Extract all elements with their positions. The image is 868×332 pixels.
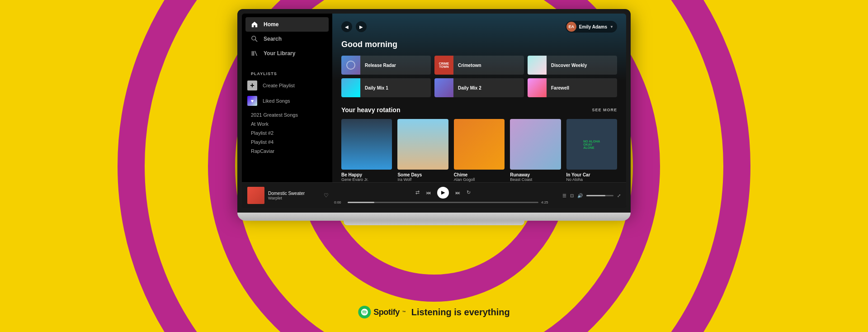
home-label: Home [264,21,278,28]
greeting-text: Good morning [341,40,617,49]
release-radar-art [341,56,360,75]
create-playlist-icon: + [247,81,257,90]
quick-access-grid: Release Radar CRIMETOWN Crimetown [341,56,617,97]
nav-forward-button[interactable]: ▶ [356,21,367,32]
rotation-card-chime[interactable]: Chime Alan Gogoll [454,119,505,182]
extra-playlists: 2021 Greatest Songs At Work Playlist #2 … [242,109,332,157]
volume-fill [586,195,605,196]
see-more-button[interactable]: SEE MORE [592,108,617,112]
in-your-car-art: NO ALOHAOKAYALONE [566,119,617,170]
player-bar: Domestic Sweater Warplet ♡ ⇄ ⏮ ▶ ⏭ ↻ 0:0… [242,182,626,208]
some-days-artist: Ira Wolf [397,177,448,182]
user-name: Emily Adams [579,24,607,29]
crimetown-title: Crimetown [453,63,486,68]
now-playing-info: Domestic Sweater Warplet [268,191,320,200]
search-label: Search [264,36,282,42]
queue-button[interactable]: ☰ [562,193,566,198]
now-playing: Domestic Sweater Warplet ♡ [247,187,329,204]
svg-rect-3 [253,51,254,56]
quick-card-discover-weekly[interactable]: Discover Weekly [528,56,617,75]
app-layout: Home Search [242,14,626,182]
control-buttons: ⇄ ⏮ ▶ ⏭ ↻ [415,187,471,199]
shuffle-button[interactable]: ⇄ [415,190,420,195]
progress-track[interactable] [348,202,538,203]
daily-mix-2-title: Daily Mix 2 [453,85,486,90]
volume-icon: 🔊 [577,193,583,198]
be-happy-art [341,119,392,170]
release-radar-title: Release Radar [360,63,401,68]
next-button[interactable]: ⏭ [455,190,460,195]
runaway-title: Runaway [510,172,561,177]
player-extra-controls: ☰ ⊡ 🔊 ⤢ [557,193,621,198]
repeat-button[interactable]: ↻ [467,190,471,195]
sidebar-nav: Home Search [242,17,332,61]
branding-section: Spotify ™ Listening is everything [358,306,509,318]
sidebar-item-search[interactable]: Search [245,32,329,46]
devices-button[interactable]: ⊡ [570,193,574,198]
rotation-card-some-days[interactable]: Some Days Ira Wolf [397,119,448,182]
nav-back-button[interactable]: ◀ [341,21,352,32]
farewell-title: Farewell [547,85,574,90]
quick-card-crimetown[interactable]: CRIMETOWN Crimetown [434,56,524,75]
library-icon [251,50,258,57]
heavy-rotation-section-header: Your heavy rotation SEE MORE [341,106,617,114]
playlist-at-work[interactable]: At Work [242,119,332,128]
playlists-section-label: PLAYLISTS [242,68,332,78]
create-playlist-item[interactable]: + Create Playlist [242,78,332,93]
discover-weekly-art [528,56,547,75]
quick-card-farewell[interactable]: Farewell [528,78,617,97]
rotation-card-in-your-car[interactable]: NO ALOHAOKAYALONE In Your Car No Aloha [566,119,617,182]
main-content: ◀ ▶ EA Emily Adams ▼ Good morning [332,14,626,182]
avatar: EA [566,22,576,32]
in-your-car-title: In Your Car [566,172,617,177]
track-artist: Warplet [268,196,320,200]
home-icon [251,21,258,28]
chime-art [454,119,505,170]
quick-card-daily-mix-1[interactable]: Daily Mix 1 [341,78,431,97]
quick-card-release-radar[interactable]: Release Radar [341,56,431,75]
crimetown-art: CRIMETOWN [434,56,453,75]
liked-songs-item[interactable]: ♥ Liked Songs [242,93,332,109]
prev-button[interactable]: ⏮ [426,190,431,195]
chime-artist: Alan Gogoll [454,177,505,182]
svg-point-0 [252,36,256,40]
search-icon [251,35,258,43]
fullscreen-button[interactable]: ⤢ [617,193,621,198]
sidebar: Home Search [242,14,332,182]
playlist-rapcaviar[interactable]: RapCaviar [242,147,332,156]
svg-line-1 [255,40,257,42]
player-controls: ⇄ ⏮ ▶ ⏭ ↻ 0:00 4:25 [334,187,552,204]
play-pause-button[interactable]: ▶ [437,187,449,199]
daily-mix-1-title: Daily Mix 1 [360,85,393,90]
chime-title: Chime [454,172,505,177]
spotify-logo: Spotify ™ [358,306,406,318]
playlist-4[interactable]: Playlist #4 [242,138,332,147]
in-your-car-artist: No Aloha [566,177,617,182]
spotify-wordmark: Spotify [373,308,400,317]
now-playing-art [247,187,264,204]
rotation-card-be-happy[interactable]: Be Happy Gene Evaro Jr. [341,119,392,182]
svg-rect-2 [252,51,253,56]
laptop-base [237,213,631,221]
top-bar: ◀ ▶ EA Emily Adams ▼ [341,21,617,33]
track-title: Domestic Sweater [268,191,320,196]
volume-bar[interactable] [586,195,613,196]
laptop-bezel: Home Search [237,9,631,213]
library-label: Your Library [264,50,295,57]
user-profile-menu[interactable]: EA Emily Adams ▼ [566,21,617,33]
playlist-2[interactable]: Playlist #2 [242,128,332,138]
profile-chevron-icon: ▼ [610,25,613,29]
playlist-greatest-songs[interactable]: 2021 Greatest Songs [242,110,332,119]
some-days-title: Some Days [397,172,448,177]
rotation-card-runaway[interactable]: Runaway Beast Coast [510,119,561,182]
heavy-rotation-title: Your heavy rotation [341,106,400,114]
like-button[interactable]: ♡ [324,192,329,199]
liked-songs-label: Liked Songs [263,98,290,104]
quick-card-daily-mix-2[interactable]: Daily Mix 2 [434,78,524,97]
nav-buttons: ◀ ▶ [341,21,367,32]
laptop-device: Home Search [237,9,631,225]
time-total: 4:25 [541,200,552,204]
discover-weekly-title: Discover Weekly [547,63,591,68]
sidebar-item-home[interactable]: Home [245,17,329,32]
sidebar-item-library[interactable]: Your Library [245,46,329,61]
